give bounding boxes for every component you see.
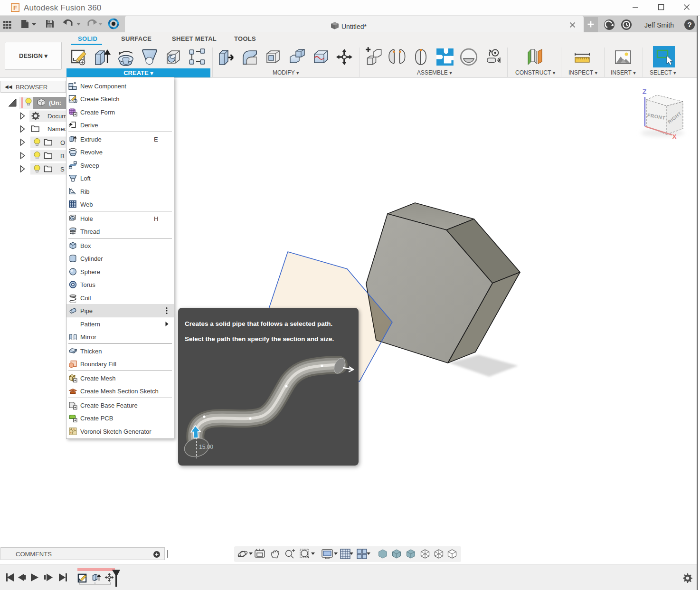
svg-text:(Un:: (Un:	[49, 99, 61, 106]
svg-text:Docum: Docum	[47, 113, 66, 120]
svg-text:15.00: 15.00	[199, 444, 213, 450]
svg-text:?: ?	[687, 20, 691, 29]
svg-text:X: X	[672, 133, 677, 140]
svg-text:B: B	[60, 152, 65, 160]
svg-text:Z: Z	[643, 88, 647, 95]
svg-text:Named: Named	[47, 125, 66, 133]
svg-text:O: O	[60, 139, 65, 146]
svg-text:S: S	[60, 166, 65, 173]
svg-text:F: F	[13, 4, 17, 11]
